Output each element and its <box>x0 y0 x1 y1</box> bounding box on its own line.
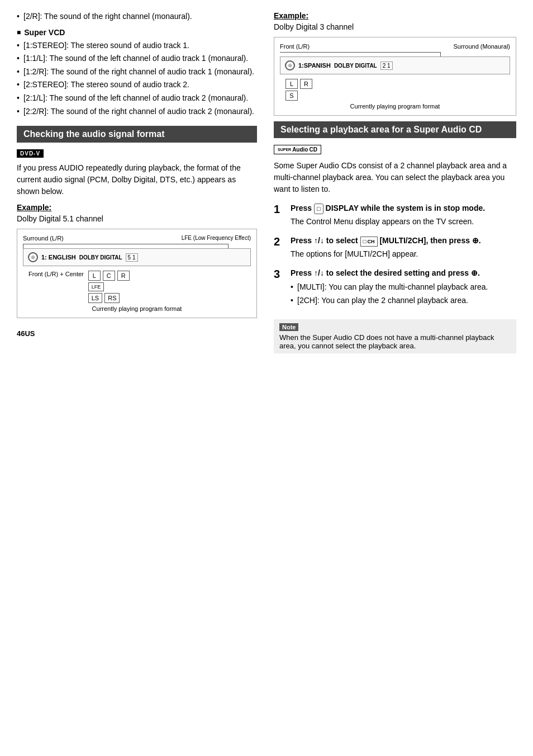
channel-nums-right: 2 1 <box>380 62 393 70</box>
dolby-text-right: DOLBY DIGITAL <box>334 63 377 69</box>
step-3-num: 3 <box>274 268 285 312</box>
step-3-content: Press ↑/↓ to select the desired setting … <box>291 268 516 312</box>
speaker-L: L <box>88 271 101 281</box>
example-label-right: Example: <box>274 11 516 20</box>
list-item: [2:1/L]: The sound of the left channel o… <box>17 93 257 104</box>
page-number: 46US <box>17 329 257 338</box>
diagram2-display: ◎ 1:SPANISH DOLBY DIGITAL 2 1 <box>280 56 510 74</box>
example-channel-left: Dolby Digital 5.1 channel <box>17 214 257 223</box>
example-channel-right: Dolby Digital 3 channel <box>274 22 516 31</box>
speakers-area: Front (L/R) + Center L C R LFE LS RS <box>28 271 251 303</box>
step-1-content: Press □ DISPLAY while the system is in s… <box>291 203 516 228</box>
left-column: [2/R]: The sound of the right channel (m… <box>17 11 257 353</box>
section-checking-audio: Checking the audio signal format <box>17 126 257 143</box>
diagram1-caption: Currently playing program format <box>23 305 251 312</box>
speakers-right: L R <box>285 79 510 89</box>
dvd-badge: DVD-V <box>17 149 44 158</box>
speakers-grid: L C R LFE LS RS <box>88 271 130 303</box>
display-text: 1: ENGLISH <box>41 254 76 261</box>
step-2-title: Press ↑/↓ to select □CH [MULTI/2CH], the… <box>291 235 516 247</box>
list-item: [2CH]: You can play the 2 channel playba… <box>291 295 516 306</box>
step-1: 1 Press □ DISPLAY while the system is in… <box>274 203 516 228</box>
note-box: Note When the Super Audio CD does not ha… <box>274 319 516 353</box>
example-label-left: Example: <box>17 203 257 212</box>
list-item: [1:STEREO]: The stereo sound of audio tr… <box>17 40 257 51</box>
list-item: [MULTI]: You can play the multi-channel … <box>291 282 516 293</box>
speaker-R: R <box>117 271 130 281</box>
speaker-L-right: L <box>285 79 298 89</box>
note-text: When the Super Audio CD does not have a … <box>279 333 511 350</box>
bracket-top <box>23 244 229 248</box>
intro-bullets: [2/R]: The sound of the right channel (m… <box>17 11 257 22</box>
step-3-bullets: [MULTI]: You can play the multi-channel … <box>291 282 516 306</box>
speaker-S-right: S <box>285 91 298 101</box>
diagram2-top-labels: Front (L/R) Surround (Monaural) <box>280 43 510 50</box>
section-selecting-playback: Selecting a playback area for a Super Au… <box>274 121 516 138</box>
list-item: [2:STEREO]: The stereo sound of audio tr… <box>17 79 257 91</box>
front-label-right: Front (L/R) <box>280 43 310 50</box>
speaker-R-right: R <box>300 79 312 89</box>
super-vcd-bullets: [1:STEREO]: The stereo sound of audio tr… <box>17 40 257 117</box>
step-1-body: The Control Menu display appears on the … <box>291 216 516 228</box>
diagram-2: Front (L/R) Surround (Monaural) ◎ 1:SPAN… <box>274 37 516 116</box>
super-vcd-header: Super VCD <box>17 28 257 37</box>
list-item: [1:1/L]: The sound of the left channel o… <box>17 53 257 64</box>
disc-icon-right: ◎ <box>285 60 295 70</box>
intro-bullet-0: [2/R]: The sound of the right channel (m… <box>17 11 257 22</box>
superaudio-badge: SUPER Audio CD <box>274 145 321 154</box>
list-item: [2:2/R]: The sound of the right channel … <box>17 106 257 117</box>
diagram1-display: ◎ 1: ENGLISH DOLBY DIGITAL 5 1 <box>23 248 251 266</box>
right-column: Example: Dolby Digital 3 channel Front (… <box>274 11 516 353</box>
disc-icon: ◎ <box>28 252 38 262</box>
display-text-right: 1:SPANISH <box>298 62 331 69</box>
speaker-LFE: LFE <box>88 282 104 291</box>
step-1-title: Press □ DISPLAY while the system is in s… <box>291 203 516 214</box>
front-label: Front (L/R) + Center <box>28 271 84 277</box>
step-2-content: Press ↑/↓ to select □CH [MULTI/2CH], the… <box>291 235 516 260</box>
diagram1-top-labels: Surround (L/R) LFE (Low Frequency Effect… <box>23 235 251 242</box>
diagram2-caption: Currently playing program format <box>280 103 510 110</box>
step-1-num: 1 <box>274 203 285 228</box>
note-label: Note <box>279 323 298 331</box>
step-2: 2 Press ↑/↓ to select □CH [MULTI/2CH], t… <box>274 235 516 260</box>
speaker-RS: RS <box>104 293 120 303</box>
display-icon: □ <box>314 204 323 214</box>
list-item: [1:2/R]: The sound of the right channel … <box>17 67 257 78</box>
channel-nums: 5 1 <box>126 253 138 262</box>
dolby-text: DOLBY DIGITAL <box>79 254 122 261</box>
page-layout: [2/R]: The sound of the right channel (m… <box>17 11 516 353</box>
body-text: If you press AUDIO repeatedly during pla… <box>17 162 257 197</box>
intro-text: Some Super Audio CDs consist of a 2 chan… <box>274 160 516 195</box>
step-3-title: Press ↑/↓ to select the desired setting … <box>291 268 516 279</box>
lfe-label: LFE (Low Frequency Effect) <box>182 235 251 242</box>
step-3: 3 Press ↑/↓ to select the desired settin… <box>274 268 516 312</box>
speaker-C: C <box>103 271 115 281</box>
speakers-right-2: S <box>285 91 510 101</box>
speaker-LS: LS <box>88 293 102 303</box>
surround-label: Surround (L/R) <box>23 235 64 242</box>
multi-icon: □CH <box>360 237 378 247</box>
step-2-body: The options for [MULTI/2CH] appear. <box>291 249 516 260</box>
surround-label-right: Surround (Monaural) <box>454 43 511 50</box>
diagram-1: Surround (L/R) LFE (Low Frequency Effect… <box>17 229 257 318</box>
step-2-num: 2 <box>274 235 285 260</box>
bracket-top-right <box>280 52 441 56</box>
